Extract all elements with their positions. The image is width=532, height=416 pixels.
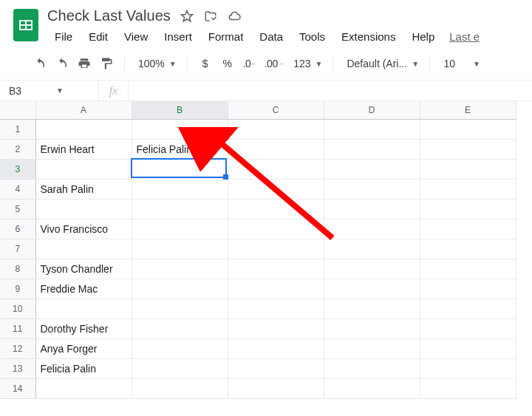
cell[interactable] — [132, 199, 228, 219]
cell[interactable] — [132, 279, 228, 299]
cell[interactable] — [228, 378, 324, 398]
cell[interactable] — [132, 159, 228, 179]
cell[interactable] — [132, 318, 228, 338]
cell[interactable] — [420, 119, 516, 139]
cell[interactable] — [420, 318, 516, 338]
number-format-dropdown[interactable]: 123 ▼ — [287, 58, 325, 69]
cell[interactable] — [420, 159, 516, 179]
menu-edit[interactable]: Edit — [81, 27, 115, 46]
cell[interactable] — [35, 299, 132, 318]
row-header[interactable]: 9 — [0, 279, 35, 299]
cell[interactable]: Anya Forger — [35, 338, 132, 358]
cell[interactable] — [228, 259, 324, 279]
cell[interactable] — [132, 259, 228, 279]
cell[interactable] — [420, 199, 516, 219]
row-header[interactable]: 10 — [0, 299, 35, 318]
cell[interactable] — [35, 199, 132, 219]
cell[interactable] — [420, 179, 516, 199]
cell[interactable]: Vivo Francisco — [35, 219, 132, 239]
cell[interactable] — [420, 299, 516, 318]
cell[interactable] — [228, 119, 324, 139]
cell[interactable] — [324, 159, 420, 179]
column-header-E[interactable]: E — [420, 101, 516, 119]
cell[interactable] — [132, 358, 228, 378]
cell[interactable] — [324, 199, 420, 219]
cell[interactable] — [132, 299, 228, 318]
cell[interactable]: Felicia Palin — [35, 358, 132, 378]
cell[interactable] — [324, 139, 420, 159]
cell[interactable] — [228, 159, 324, 179]
row-header[interactable]: 3 — [0, 159, 35, 179]
cell[interactable] — [132, 119, 228, 139]
undo-button[interactable] — [30, 53, 50, 74]
zoom-dropdown[interactable]: 100% ▼ — [132, 58, 180, 69]
cell[interactable] — [228, 358, 324, 378]
menu-tools[interactable]: Tools — [292, 27, 332, 46]
print-button[interactable] — [74, 53, 95, 74]
increase-decimal-button[interactable]: .00→ — [262, 53, 286, 74]
doc-title[interactable]: Check Last Values — [47, 7, 171, 24]
menu-data[interactable]: Data — [252, 27, 290, 46]
redo-button[interactable] — [52, 53, 72, 74]
cell[interactable] — [324, 239, 420, 259]
menu-file[interactable]: File — [47, 27, 80, 46]
cell[interactable] — [132, 219, 228, 239]
row-header[interactable]: 13 — [0, 358, 35, 378]
cell[interactable] — [228, 318, 324, 338]
cell[interactable] — [324, 299, 420, 318]
cell[interactable] — [420, 279, 516, 299]
cell[interactable] — [228, 219, 324, 239]
menu-format[interactable]: Format — [201, 27, 251, 46]
cloud-status-icon[interactable] — [227, 9, 242, 24]
cell[interactable]: Freddie Mac — [35, 279, 132, 299]
cell[interactable] — [324, 259, 420, 279]
cell[interactable] — [228, 179, 324, 199]
cell[interactable] — [324, 378, 420, 398]
row-header[interactable]: 5 — [0, 199, 35, 219]
column-header-A[interactable]: A — [35, 101, 132, 119]
decrease-decimal-button[interactable]: .0← — [239, 53, 260, 74]
name-box-input[interactable] — [7, 84, 52, 98]
move-folder-icon[interactable] — [203, 9, 218, 24]
column-header-D[interactable]: D — [324, 101, 420, 119]
cell[interactable] — [228, 338, 324, 358]
menu-extensions[interactable]: Extensions — [334, 27, 403, 46]
menu-view[interactable]: View — [117, 27, 155, 46]
cell[interactable] — [420, 219, 516, 239]
row-header[interactable]: 6 — [0, 219, 35, 239]
cell[interactable] — [132, 378, 228, 398]
cell[interactable] — [132, 338, 228, 358]
cell[interactable] — [324, 338, 420, 358]
cell[interactable] — [35, 239, 132, 259]
row-header[interactable]: 2 — [0, 139, 35, 159]
formula-input[interactable] — [129, 81, 532, 100]
cell[interactable] — [35, 159, 132, 179]
cell[interactable] — [228, 239, 324, 259]
font-dropdown[interactable]: Default (Ari... ▼ — [341, 58, 422, 69]
cell[interactable] — [420, 338, 516, 358]
row-header[interactable]: 4 — [0, 179, 35, 199]
cell[interactable] — [228, 299, 324, 318]
row-header[interactable]: 8 — [0, 259, 35, 279]
spreadsheet-grid[interactable]: ABCDE 12Erwin HeartFelicia Palin34Sarah … — [0, 101, 516, 399]
cell[interactable] — [420, 259, 516, 279]
cell[interactable] — [35, 378, 132, 398]
star-icon[interactable] — [180, 9, 194, 24]
cell[interactable]: Tyson Chandler — [35, 259, 132, 279]
cell[interactable]: Dorothy Fisher — [35, 318, 132, 338]
menu-help[interactable]: Help — [404, 27, 442, 46]
cell[interactable] — [324, 318, 420, 338]
cell[interactable] — [228, 279, 324, 299]
cell[interactable] — [324, 279, 420, 299]
cell[interactable] — [420, 378, 516, 398]
cell[interactable]: Sarah Palin — [35, 179, 132, 199]
format-currency-button[interactable]: $ — [195, 53, 216, 74]
menu-insert[interactable]: Insert — [157, 27, 200, 46]
cell[interactable] — [35, 119, 132, 139]
last-edit-link[interactable]: Last e — [449, 27, 480, 46]
cell[interactable] — [324, 119, 420, 139]
row-header[interactable]: 1 — [0, 119, 35, 139]
cell[interactable] — [324, 179, 420, 199]
name-box[interactable]: ▼ — [0, 81, 99, 100]
cell[interactable] — [132, 179, 228, 199]
